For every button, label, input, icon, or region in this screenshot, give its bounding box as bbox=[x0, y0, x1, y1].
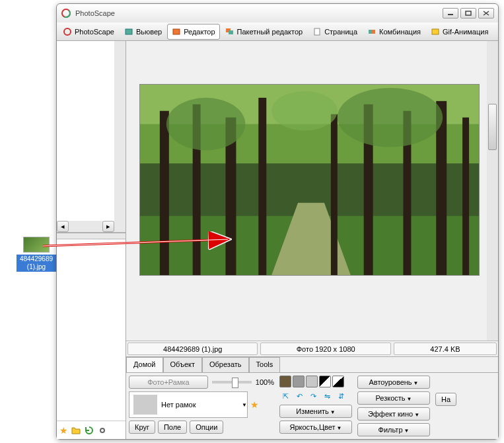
svg-rect-13 bbox=[372, 30, 375, 34]
tree-vscrollbar[interactable] bbox=[114, 41, 126, 232]
tab-page[interactable]: Страница bbox=[308, 24, 362, 40]
na-button[interactable]: На bbox=[435, 393, 456, 406]
left-toolbar: ★ bbox=[57, 421, 126, 439]
canvas-vscrollbar[interactable] bbox=[487, 41, 498, 341]
svg-rect-5 bbox=[466, 11, 471, 15]
info-bar: 484429689 (1).jpg Фото 1920 x 1080 427.4… bbox=[126, 341, 498, 356]
scrollbar-grip[interactable] bbox=[488, 104, 497, 150]
sharpness-button[interactable]: Резкость▼ bbox=[357, 391, 430, 405]
tab-combine[interactable]: Комбинация bbox=[363, 24, 425, 40]
resize-tool-icon[interactable]: ⇱ bbox=[279, 390, 291, 402]
swatch-5[interactable] bbox=[332, 376, 344, 387]
splitter-handle[interactable] bbox=[57, 233, 126, 239]
editor-icon bbox=[172, 27, 181, 36]
editor-panel: Домой Объект Обрезать Tools Фото+Рамка 1… bbox=[126, 356, 498, 439]
close-button[interactable] bbox=[478, 8, 494, 19]
svg-rect-25 bbox=[331, 114, 338, 275]
frame-preview bbox=[133, 395, 157, 415]
tab-photoscape[interactable]: PhotoScape bbox=[58, 24, 119, 40]
subtab-tools[interactable]: Tools bbox=[249, 357, 281, 372]
zoom-label: 100% bbox=[256, 378, 274, 386]
scroll-right-icon[interactable]: ▸ bbox=[102, 221, 114, 232]
frame-label: Нет рамок bbox=[161, 401, 240, 409]
file-thumbnail bbox=[23, 237, 50, 253]
tab-batch[interactable]: Пакетный редактор bbox=[221, 24, 308, 40]
maximize-button[interactable] bbox=[460, 8, 476, 19]
swatch-1[interactable] bbox=[279, 376, 291, 387]
svg-point-31 bbox=[338, 88, 443, 147]
file-label: 484429689 (1).jpg bbox=[17, 255, 56, 272]
options-button[interactable]: Опции bbox=[190, 421, 223, 434]
scroll-left-icon[interactable]: ◂ bbox=[57, 221, 69, 232]
favorite-icon[interactable]: ★ bbox=[59, 425, 68, 436]
minimize-button[interactable] bbox=[443, 8, 458, 19]
foto-frame-button[interactable]: Фото+Рамка bbox=[129, 376, 208, 389]
color-swatches bbox=[279, 376, 352, 387]
right-pane: 484429689 (1).jpg Фото 1920 x 1080 427.4… bbox=[126, 41, 498, 439]
svg-point-6 bbox=[64, 28, 71, 35]
main-tabbar: PhotoScape Вьювер Редактор Пакетный реда… bbox=[57, 22, 498, 41]
autolevel-button[interactable]: Автоуровень▼ bbox=[357, 376, 430, 389]
svg-point-32 bbox=[271, 91, 338, 131]
photoscape-icon bbox=[63, 27, 72, 36]
app-icon bbox=[61, 8, 71, 19]
window-title: PhotoScape bbox=[75, 9, 441, 17]
resize-button[interactable]: Изменить▼ bbox=[279, 405, 352, 418]
frame-selector[interactable]: Нет рамок ▼ bbox=[129, 391, 248, 418]
filter-button[interactable]: Фильтр▼ bbox=[357, 423, 430, 436]
svg-rect-10 bbox=[229, 30, 233, 34]
svg-point-30 bbox=[166, 98, 246, 150]
canvas-area[interactable] bbox=[126, 41, 498, 341]
redo-icon[interactable]: ↷ bbox=[307, 390, 319, 402]
page-icon bbox=[312, 27, 322, 36]
left-pane: ◂ ▸ ★ bbox=[57, 41, 126, 439]
svg-rect-21 bbox=[160, 111, 169, 275]
tab-viewer[interactable]: Вьювер bbox=[120, 24, 166, 40]
folder-tree[interactable]: ◂ ▸ bbox=[57, 41, 126, 233]
tab-more[interactable] bbox=[493, 24, 498, 40]
flip-h-icon[interactable]: ⇋ bbox=[321, 390, 333, 402]
subtab-crop[interactable]: Обрезать bbox=[202, 357, 249, 372]
swatch-4[interactable] bbox=[319, 376, 331, 387]
undo-icon[interactable]: ↶ bbox=[293, 390, 305, 402]
tree-hscrollbar[interactable]: ◂ ▸ bbox=[57, 221, 114, 232]
desktop-file-icon[interactable]: 484429689 (1).jpg bbox=[17, 237, 56, 272]
cinema-button[interactable]: Эффект кино▼ bbox=[357, 407, 430, 421]
combine-icon bbox=[367, 27, 377, 36]
subtab-bar: Домой Объект Обрезать Tools bbox=[126, 357, 498, 373]
subtab-object[interactable]: Объект bbox=[163, 357, 202, 372]
tab-gif[interactable]: Gif-Анимация bbox=[426, 24, 493, 40]
svg-rect-24 bbox=[258, 98, 266, 275]
info-filename: 484429689 (1).jpg bbox=[127, 342, 258, 355]
batch-icon bbox=[225, 27, 234, 36]
frame-star-icon[interactable]: ★ bbox=[250, 399, 259, 410]
image-preview bbox=[139, 84, 480, 276]
settings-icon[interactable] bbox=[97, 425, 108, 436]
info-dimensions: Фото 1920 x 1080 bbox=[260, 342, 390, 355]
tab-editor[interactable]: Редактор bbox=[167, 24, 219, 40]
gif-icon bbox=[431, 27, 440, 36]
titlebar[interactable]: PhotoScape bbox=[57, 4, 498, 22]
field-button[interactable]: Поле bbox=[158, 421, 187, 434]
svg-rect-14 bbox=[432, 29, 439, 34]
refresh-icon[interactable] bbox=[84, 425, 94, 436]
flip-v-icon[interactable]: ⇵ bbox=[335, 390, 347, 402]
info-size: 427.4 KB bbox=[394, 342, 497, 355]
thumbnail-strip[interactable] bbox=[57, 239, 126, 421]
svg-rect-12 bbox=[369, 30, 372, 34]
swatch-3[interactable] bbox=[306, 376, 318, 387]
subtab-home[interactable]: Домой bbox=[126, 357, 163, 372]
app-window: PhotoScape PhotoScape Вьювер Редактор Па… bbox=[56, 3, 499, 440]
circle-button[interactable]: Круг bbox=[129, 421, 155, 434]
svg-rect-7 bbox=[126, 29, 132, 34]
swatch-2[interactable] bbox=[293, 376, 305, 387]
dropdown-icon: ▼ bbox=[242, 402, 247, 408]
zoom-slider[interactable] bbox=[212, 381, 252, 383]
svg-rect-29 bbox=[462, 118, 469, 275]
viewer-icon bbox=[124, 27, 133, 36]
svg-rect-11 bbox=[314, 28, 320, 35]
brightness-button[interactable]: Яркость,Цвет▼ bbox=[279, 421, 352, 434]
folder-icon[interactable] bbox=[71, 425, 81, 436]
svg-point-16 bbox=[100, 428, 104, 432]
svg-rect-8 bbox=[173, 29, 180, 34]
